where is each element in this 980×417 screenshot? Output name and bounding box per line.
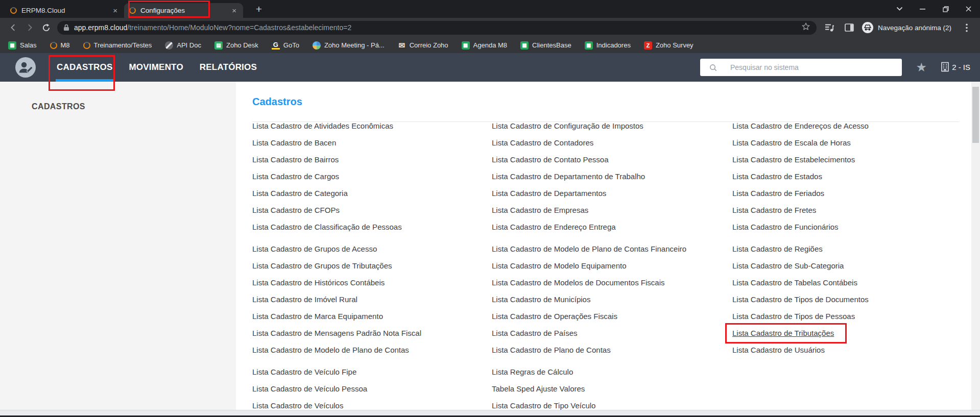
url-bar[interactable]: app.erpm8.cloud/treinamento/Home/ModuloN… — [57, 21, 817, 35]
bookmark-label: Correio Zoho — [410, 41, 448, 49]
incognito-badge[interactable]: Navegação anónima (2) — [861, 20, 955, 35]
incognito-icon — [862, 21, 874, 34]
module-link[interactable]: Lista Cadastro de Atividades Econômicas — [252, 117, 492, 134]
module-link[interactable]: Lista Regras de Cálculo — [492, 363, 732, 380]
bookmark-item[interactable]: Zoho Meeting - Pá... — [313, 41, 385, 50]
forward-icon[interactable] — [21, 19, 38, 36]
module-link[interactable]: Lista Cadastro de Grupos de Acesso — [252, 240, 492, 257]
module-link[interactable]: Lista Cadastro de Escala de Horas — [732, 134, 971, 151]
incognito-label: Navegação anónima (2) — [878, 24, 951, 32]
bookmark-star-icon[interactable] — [801, 22, 810, 33]
nav-item-movimento[interactable]: MOVIMENTO — [121, 53, 191, 82]
module-link[interactable]: Lista Cadastro de Países — [492, 325, 732, 341]
bookmark-item[interactable]: ▦Salas — [8, 41, 37, 50]
module-link[interactable]: Lista Cadastro de Tipos de Pessoas — [732, 308, 971, 325]
system-search[interactable] — [700, 59, 902, 76]
module-link[interactable]: Lista Cadastro de Modelo de Plano de Con… — [252, 341, 492, 358]
module-link[interactable]: Lista Cadastro de Mensagens Padrão Nota … — [252, 325, 492, 341]
module-link[interactable]: Lista Cadastro de Grupos de Tributações — [252, 257, 492, 274]
module-link[interactable]: Lista Cadastro de Feriados — [732, 185, 971, 202]
bookmark-item[interactable]: ▦Agenda M8 — [462, 41, 508, 50]
globe-icon — [165, 41, 173, 50]
module-link[interactable]: Lista Cadastro de Cargos — [252, 168, 492, 185]
bookmark-item[interactable]: ZZoho Survey — [644, 41, 694, 50]
page-scrollbar[interactable] — [971, 82, 980, 410]
favorites-star-icon[interactable]: ★ — [916, 60, 927, 75]
bookmarks-bar: ▦SalasM8Treinamento/TestesAPI Doc▤Zoho D… — [0, 37, 980, 53]
links-column: Lista Cadastro de Configuração de Impost… — [492, 117, 732, 410]
module-link[interactable]: Lista Cadastro de Usuários — [732, 341, 971, 358]
module-link[interactable]: Lista Cadastro de Plano de Contas — [492, 341, 732, 358]
module-link[interactable]: Tabela Sped Ajuste Valores — [492, 380, 732, 397]
media-controls-icon[interactable] — [822, 19, 838, 36]
minimize-icon[interactable] — [911, 0, 934, 18]
module-link[interactable]: Lista Cadastro de Classificação de Pesso… — [252, 218, 492, 235]
app-nav: CADASTROSMOVIMENTORELATÓRIOS — [49, 53, 265, 82]
module-link[interactable]: Lista Cadastro de Departamentos — [492, 185, 732, 202]
bookmark-item[interactable]: ▦Indicadores — [585, 41, 631, 50]
module-link[interactable]: Lista Cadastro de Endereços de Acesso — [732, 117, 971, 134]
tab-close-icon[interactable]: × — [111, 7, 119, 14]
module-link[interactable]: Lista Cadastro de Fretes — [732, 202, 971, 218]
erpm8-favicon-icon — [10, 7, 17, 14]
module-link[interactable]: Lista Cadastro de Bacen — [252, 134, 492, 151]
module-link[interactable]: Lista Cadastro de Veículos — [252, 397, 492, 410]
tab-close-icon[interactable]: × — [230, 7, 238, 14]
close-window-icon[interactable] — [957, 0, 980, 18]
search-input[interactable] — [730, 63, 883, 71]
module-link[interactable]: Lista Cadastro de Marca Equipamento — [252, 308, 492, 325]
module-link[interactable]: Lista Cadastro de Regiões — [732, 240, 971, 257]
module-link[interactable]: Lista Cadastro de Sub-Categoria — [732, 257, 971, 274]
module-link[interactable]: Lista Cadastro de Municípios — [492, 291, 732, 308]
module-link[interactable]: Lista Cadastro de Endereço Entrega — [492, 218, 732, 235]
module-link[interactable]: Lista Cadastro de Estabelecimentos — [732, 151, 971, 168]
bookmark-item[interactable]: ▦ClientesBase — [520, 41, 571, 50]
module-link[interactable]: Lista Cadastro de Veículo Pessoa — [252, 380, 492, 397]
module-link[interactable]: Lista Cadastro de Modelo Equipamento — [492, 257, 732, 274]
module-link[interactable]: Lista Cadastro de Contadores — [492, 134, 732, 151]
module-link[interactable]: Lista Cadastro de Bairros — [252, 151, 492, 168]
restore-icon[interactable] — [934, 0, 957, 18]
module-link[interactable]: Lista Cadastro de Departamento de Trabal… — [492, 168, 732, 185]
module-link[interactable]: Lista Cadastro de Tributações — [732, 325, 971, 341]
side-panel-icon[interactable] — [841, 19, 857, 36]
module-link[interactable]: Lista Cadastro de Modelos de Documentos … — [492, 274, 732, 291]
grid-green-icon: ▦ — [8, 41, 16, 50]
tab-search-chevron-icon[interactable] — [888, 0, 911, 18]
link-group: Lista Cadastro de Endereços de AcessoLis… — [732, 117, 971, 235]
new-tab-button[interactable]: + — [251, 3, 267, 16]
bookmark-item[interactable]: ▤Zoho Desk — [214, 41, 258, 50]
bookmark-item[interactable]: GGoTo — [272, 41, 299, 50]
module-link[interactable]: Lista Cadastro de Estados — [732, 168, 971, 185]
module-link[interactable]: Lista Cadastro de Tipos de Documentos — [732, 291, 971, 308]
module-link[interactable]: Lista Cadastro de Operações Fiscais — [492, 308, 732, 325]
back-icon[interactable] — [5, 19, 21, 36]
establishment-selector[interactable]: 2 - IS — [941, 62, 970, 72]
scrollbar-thumb[interactable] — [972, 87, 979, 143]
module-link[interactable]: Lista Cadastro de Categoria — [252, 185, 492, 202]
module-link[interactable]: Lista Cadastro de Imóvel Rural — [252, 291, 492, 308]
tab-erpm8cloud[interactable]: ERPM8.Cloud × — [5, 3, 124, 18]
module-link[interactable]: Lista Cadastro de Veículo Fipe — [252, 363, 492, 380]
bookmark-item[interactable]: ✉Correio Zoho — [398, 41, 448, 50]
bookmark-label: API Doc — [177, 41, 201, 49]
bookmark-item[interactable]: API Doc — [165, 41, 201, 50]
module-link[interactable]: Lista Cadastro de Funcionários — [732, 218, 971, 235]
tab-configuracoes[interactable]: Configurações × — [124, 3, 243, 18]
module-link[interactable]: Lista Cadastro de Empresas — [492, 202, 732, 218]
bookmark-item[interactable]: Treinamento/Testes — [83, 41, 152, 49]
module-link[interactable]: Lista Cadastro de Contato Pessoa — [492, 151, 732, 168]
module-link[interactable]: Lista Cadastro de Tabelas Contábeis — [732, 274, 971, 291]
bookmark-item[interactable]: M8 — [50, 41, 70, 49]
lock-icon — [63, 24, 69, 31]
nav-item-relatórios[interactable]: RELATÓRIOS — [192, 53, 265, 82]
module-link[interactable]: Lista Cadastro de Configuração de Impost… — [492, 117, 732, 134]
browser-menu-icon[interactable] — [959, 19, 975, 36]
module-link[interactable]: Lista Cadastro de Tipo Veículo — [492, 397, 732, 410]
nav-item-cadastros[interactable]: CADASTROS — [49, 53, 121, 82]
bookmark-label: GoTo — [283, 41, 299, 49]
module-link[interactable]: Lista Cadastro de CFOPs — [252, 202, 492, 218]
module-link[interactable]: Lista Cadastro de Modelo de Plano de Con… — [492, 240, 732, 257]
reload-icon[interactable] — [38, 19, 54, 36]
module-link[interactable]: Lista Cadastro de Históricos Contábeis — [252, 274, 492, 291]
